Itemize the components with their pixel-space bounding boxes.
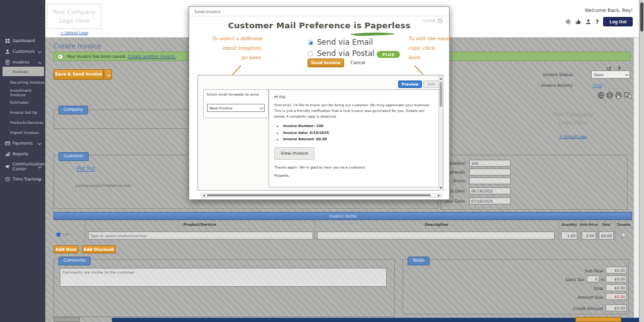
subnav-label: Installment Invoices	[10, 88, 45, 97]
total-value[interactable]	[606, 284, 627, 291]
edit-button[interactable]: Edit	[423, 80, 440, 88]
vertical-scrollbar-thumb[interactable]	[440, 82, 442, 107]
logout-button[interactable]: Log Out	[603, 17, 633, 26]
sidebar-item-reports[interactable]: Reports	[0, 150, 45, 158]
page-scrollbar[interactable]	[639, 0, 644, 322]
send-via-postal-option[interactable]: Send via Postal	[308, 49, 374, 58]
page-scrollbar-thumb[interactable]	[640, 3, 643, 31]
send-invoice-modal: Send Invoice CLOSE Customer Mail Prefere…	[189, 6, 450, 200]
preview-button[interactable]: Preview	[398, 80, 422, 88]
invoice-status-select[interactable]: Open	[591, 70, 630, 79]
sidebar-item-label: Time Tracking	[13, 177, 41, 182]
sidebar-subitem-products-services[interactable]: Products/Services	[0, 118, 45, 127]
sidebar-item-time-tracking[interactable]: Time Tracking	[0, 175, 45, 184]
unit-price-input[interactable]	[582, 231, 596, 240]
plus-badge: PLUS	[377, 51, 400, 58]
sidebar-subitem-invoice-set-up[interactable]: Invoice Set Up	[0, 108, 45, 117]
logo-text-line2: Logo Here	[48, 16, 101, 25]
sidebar-item-communication-center[interactable]: Communication Center	[0, 160, 45, 174]
sidebar-subitem-estimates[interactable]: Estimates	[0, 97, 45, 107]
globe-icon[interactable]	[597, 92, 604, 99]
quantity-input[interactable]	[561, 231, 577, 240]
product-service-input[interactable]	[88, 231, 313, 240]
bottom-button-partial[interactable]	[53, 317, 80, 322]
company-logo-placeholder[interactable]: Your Company Logo Here	[47, 4, 101, 29]
send-via-email-option[interactable]: Send via Email	[308, 38, 373, 47]
subnav-label: Invoices	[13, 69, 28, 74]
due-date-input[interactable]	[469, 197, 511, 204]
clock-icon	[5, 177, 10, 182]
gear-icon[interactable]	[565, 19, 571, 25]
totals-section-tab: Totals	[408, 257, 430, 265]
add-item-button[interactable]: Add Item	[53, 245, 79, 253]
create-another-invoice-link[interactable]: Create another invoice.	[128, 54, 175, 59]
email-icon[interactable]	[606, 92, 613, 99]
bottom-orange-button-partial[interactable]	[575, 317, 621, 322]
sub-total-value[interactable]	[606, 267, 627, 274]
printer-icon[interactable]	[615, 92, 622, 99]
delete-row-icon[interactable]	[62, 232, 69, 236]
email-body: Hi Pat, First of all, I'd like to thank …	[269, 89, 440, 187]
invoice-number-input[interactable]	[469, 160, 511, 167]
scroll-left-icon[interactable]	[203, 194, 205, 197]
annotation-line: To edit the email	[408, 35, 453, 44]
terms-input[interactable]	[469, 177, 511, 184]
sidebar-subitem-import-invoices[interactable]: Import Invoices	[0, 128, 45, 137]
sidebar-item-invoices[interactable]: Invoices	[0, 58, 45, 67]
vertical-scrollbar[interactable]	[438, 75, 443, 191]
user-icon[interactable]	[586, 19, 591, 25]
check-icon	[57, 53, 64, 60]
logo-text-line1: Your Company	[546, 111, 600, 119]
sales-tax-value[interactable]	[606, 275, 627, 282]
sidebar-subitem-invoices[interactable]: Invoices	[3, 67, 44, 76]
sidebar-item-payments[interactable]: Payments	[0, 139, 45, 148]
upload-logo-link[interactable]: + Upload Logo	[546, 134, 600, 138]
app-screen: Dashboard Customers Invoices Invoices Re…	[0, 0, 644, 322]
email-template-select[interactable]: New Invoice	[207, 104, 265, 112]
po-number-input[interactable]	[469, 169, 511, 175]
save-send-dropdown-caret[interactable]	[104, 69, 112, 80]
customer-name-link[interactable]: Pat Pat	[77, 165, 95, 172]
horizontal-scrollbar-thumb[interactable]	[207, 194, 431, 196]
logo-text-line2: Logo Here	[546, 119, 600, 127]
upload-logo-link[interactable]: + Upload Logo	[47, 30, 101, 35]
view-invoice-button[interactable]: View Invoice	[274, 147, 314, 160]
amount-due-value[interactable]	[606, 293, 627, 300]
sidebar: Dashboard Customers Invoices Invoices Re…	[0, 0, 45, 322]
percent-sign: %	[601, 277, 604, 282]
help-icon[interactable]	[596, 19, 599, 25]
email-regards: Regards,	[274, 174, 434, 177]
sidebar-item-label: Dashboard	[13, 38, 35, 43]
taxable-checkbox[interactable]	[621, 233, 626, 237]
green-underline-brush	[350, 31, 395, 36]
cancel-link[interactable]: Cancel	[350, 60, 365, 65]
scroll-down-icon[interactable]	[440, 187, 442, 189]
sidebar-item-dashboard[interactable]: Dashboard	[0, 36, 45, 45]
credit-amount-value[interactable]	[606, 304, 627, 311]
horizontal-scrollbar[interactable]	[201, 193, 442, 197]
chevron-down-icon	[38, 50, 42, 53]
annotation-line: copy, click	[408, 44, 453, 53]
line-total-input[interactable]	[599, 231, 614, 240]
invoice-activity-view-link[interactable]: View	[592, 83, 602, 88]
col-product-service: Product/Service	[85, 223, 314, 226]
scroll-right-icon[interactable]	[438, 194, 440, 197]
sidebar-item-customers[interactable]: Customers	[0, 47, 45, 56]
add-discount-button[interactable]: Add Discount	[82, 245, 116, 253]
drag-handle[interactable]	[57, 233, 60, 236]
total-label: Total	[540, 286, 603, 291]
scroll-up-icon[interactable]	[440, 77, 442, 80]
description-input[interactable]	[317, 231, 555, 240]
devices-icon[interactable]	[624, 92, 631, 99]
sidebar-subitem-recurring-invoices[interactable]: Recurring Invoices	[0, 77, 45, 87]
comments-textarea[interactable]	[60, 268, 387, 287]
invoice-date-input[interactable]	[469, 187, 511, 194]
page-title: Create Invoice	[53, 42, 101, 50]
send-invoice-button[interactable]: Send Invoice	[308, 58, 344, 67]
invoice-logo-placeholder[interactable]: Your Company Logo Here	[546, 107, 600, 131]
sales-tax-rate-input[interactable]	[587, 275, 599, 282]
thumbs-up-icon[interactable]	[575, 19, 581, 25]
comments-section-tab: Comments	[58, 257, 91, 265]
save-send-invoice-button[interactable]: Save & Send Invoice	[53, 69, 104, 80]
sidebar-subitem-installment-invoices[interactable]: Installment Invoices	[0, 87, 45, 97]
